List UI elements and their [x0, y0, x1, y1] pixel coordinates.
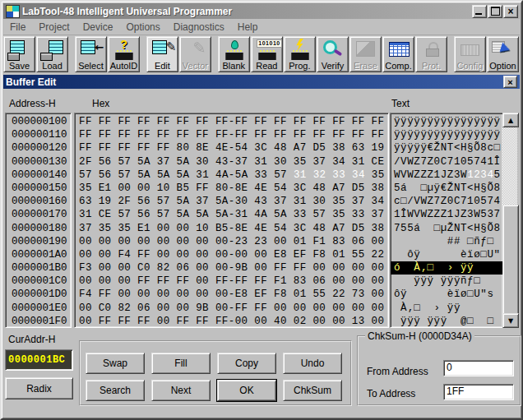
read-button[interactable]: 101010Read [251, 36, 283, 72]
close-button[interactable]: × [503, 5, 518, 18]
vertical-scrollbar[interactable]: ▲ ▼ [502, 113, 517, 328]
to-address-input[interactable]: 1FF [443, 384, 514, 400]
hex-row[interactable]: 00 00 F4 FF 00 00 00 00-00 00 E8 EF F8 0… [79, 248, 388, 261]
autoid-button[interactable]: ?AutoID [108, 36, 140, 72]
text-row-cursor[interactable]: ó À‚□ › ÿÿ [391, 261, 502, 275]
minimize-button[interactable] [472, 5, 487, 18]
text-row[interactable]: ## □ñƒ□ [394, 235, 502, 248]
from-address-input[interactable]: 0 [443, 360, 514, 376]
edit-button-group: SwapFillCopyUndoSearchNextOKChkSum [79, 340, 352, 406]
text-row[interactable]: ÿÿÿÿÿÿÿÿÿÿÿÿÿÿÿÿ [394, 115, 502, 128]
hex-row[interactable]: 31 CE 57 56 57 5A 5A 5A-31 4A 5A 33 57 3… [79, 208, 388, 221]
blank-icon [221, 40, 246, 61]
text-row[interactable]: ÿÿÿ ÿÿÿñƒ□ [394, 275, 502, 288]
edit-icon: ✎ [150, 40, 174, 61]
undo-button[interactable]: Undo [283, 353, 342, 374]
hex-row[interactable]: 57 56 57 5A 5A 5A 31 4A-5A 33 57 31 32 3… [79, 168, 388, 182]
load-button[interactable]: Load [36, 36, 68, 72]
fill-button[interactable]: Fill [151, 353, 211, 374]
app-icon [6, 5, 20, 18]
edit-button[interactable]: ✎Edit [146, 36, 178, 72]
text-row[interactable]: 1ÎWVWZZZ1JZ3W537 [394, 208, 502, 221]
prog-button[interactable]: Prog. [284, 36, 316, 72]
next-button[interactable]: Next [151, 380, 211, 401]
text-editor-grid[interactable]: ÿÿÿÿÿÿÿÿÿÿÿÿÿÿÿÿÿÿÿÿÿÿÿÿÿÿÿÿÿÿÿÿÿÿÿÿÿ€ŽN… [390, 113, 503, 328]
text-row[interactable]: 755á □µŽNT<H§Õ8 [394, 222, 502, 235]
hex-editor-grid[interactable]: FF FF FF FF FF FF FF FF-FF FF FF FF FF F… [74, 113, 389, 328]
hex-row[interactable]: F4 FF 00 00 00 00 00 00-E8 EF F8 01 55 2… [79, 288, 388, 301]
address-cell: 0000001F0 [12, 315, 71, 328]
swap-button[interactable]: Swap [86, 353, 145, 374]
address-cell: 000000150 [12, 182, 71, 195]
hex-row[interactable]: 00 FF FF FF 00 FF FF FF-00 00 40 02 00 0… [79, 315, 388, 328]
hex-row[interactable]: 2F 56 57 5A 37 5A 30 43-37 31 30 35 37 3… [79, 155, 388, 168]
selected-bytes: 32 [313, 169, 326, 181]
scroll-down-button[interactable]: ▼ [502, 313, 519, 328]
vector-button: ✎Vector [179, 36, 211, 72]
toolbar-button-label: Read [256, 61, 277, 71]
address-cell: 0000001E0 [12, 302, 71, 315]
toolbar-separator [69, 36, 75, 72]
text-row[interactable]: WVWZZZ1JZ3W12345 [394, 168, 502, 182]
option-button[interactable]: Option [487, 36, 519, 72]
text-row[interactable]: ÿÿÿÿÿ€ŽNT<H§Õ8c□ [394, 141, 502, 155]
scrollbar-thumb[interactable] [502, 205, 519, 316]
scroll-up-button[interactable]: ▲ [502, 113, 519, 127]
buffer-edit-close-button[interactable]: × [503, 76, 517, 88]
maximize-button[interactable] [488, 5, 502, 18]
text-row[interactable]: ÿÿÿ ÿÿÿ @□ □ [394, 315, 502, 328]
text-row[interactable]: ôÿ èïø□U" [394, 248, 502, 261]
hex-row[interactable]: 00 C0 82 06 00 00 9B 00-FF FF 00 00 00 0… [79, 302, 388, 315]
select-button[interactable]: ←Select [75, 36, 107, 72]
menu-item-options[interactable]: Options [119, 20, 166, 35]
prot-button: Prot. [415, 36, 447, 72]
chevron-up-icon: ▲ [508, 117, 513, 124]
menu-item-file[interactable]: File [3, 20, 32, 35]
hex-row[interactable]: 37 35 35 E1 00 00 10 B5-8E 4E 54 3C 48 A… [79, 222, 388, 235]
hex-row[interactable]: 00 00 00 00 00 00 00 00-23 23 00 01 F1 8… [79, 235, 388, 248]
text-row[interactable]: 5á □µÿ€ŽNT<H§Õ8 [394, 182, 502, 195]
cur-addr-label: CurAddr-H [8, 334, 55, 345]
text-row[interactable]: À‚□ › ÿÿ [394, 302, 502, 315]
text-row[interactable]: /VWZ7Z0C7105741Î [394, 155, 502, 168]
radix-button[interactable]: Radix [5, 377, 73, 399]
text-row[interactable]: ôÿ èïø□U"s [394, 288, 502, 301]
toolbar-button-label: Verify [322, 61, 345, 71]
address-cell: 0000001D0 [12, 288, 71, 301]
cur-addr-field[interactable]: 0000001BC [5, 349, 73, 371]
hex-row[interactable]: F3 00 00 C0 82 06 00 00-9B 00 FF FF 00 0… [79, 261, 388, 275]
comp-icon [386, 40, 411, 61]
blank-button[interactable]: Blank [218, 36, 250, 72]
toolbar-button-label: Config [457, 61, 484, 71]
vector-icon: ✎ [183, 40, 207, 61]
hex-row[interactable]: FF FF FF FF FF 80 8E 4E-54 3C 48 A7 D5 3… [79, 141, 388, 155]
option-icon [490, 40, 515, 61]
menu-item-project[interactable]: Project [32, 20, 76, 35]
toolbar-button-label: Option [489, 61, 516, 71]
selected-text: 1234 [467, 169, 493, 181]
toolbar-button-label: AutoID [110, 61, 138, 71]
address-cell: 000000140 [12, 168, 71, 182]
copy-button[interactable]: Copy [217, 353, 276, 374]
hex-row[interactable]: FF FF FF FF FF FF FF FF-FF FF FF FF FF F… [79, 128, 388, 141]
hex-row[interactable]: 35 E1 00 00 10 B5 FF 80-8E 4E 54 3C 48 A… [79, 182, 388, 195]
hex-row[interactable]: 00 00 00 FF FF FF 00 FF-FF FF F1 83 06 0… [79, 275, 388, 288]
address-cell: 0000001A0 [12, 248, 71, 261]
save-button[interactable]: Save [3, 36, 35, 72]
menu-item-device[interactable]: Device [76, 20, 120, 35]
load-icon [40, 40, 65, 61]
hex-row[interactable]: 63 19 2F 56 57 5A 37 5A-30 43 37 31 30 3… [79, 195, 388, 208]
menu-item-help[interactable]: Help [231, 20, 265, 35]
search-button[interactable]: Search [86, 380, 145, 401]
toolbar-button-label: Erase [354, 61, 377, 71]
hex-row[interactable]: FF FF FF FF FF FF FF FF-FF FF FF FF FF F… [79, 115, 388, 128]
menu-item-diagnostics[interactable]: Diagnostics [167, 20, 231, 35]
toolbar-separator [212, 36, 218, 72]
verify-button[interactable]: Verify [317, 36, 349, 72]
text-row[interactable]: c□/VWZ7Z0C710574 [394, 195, 502, 208]
text-row[interactable]: ÿÿÿÿÿÿÿÿÿÿÿÿÿÿÿÿ [394, 128, 502, 141]
comp-button[interactable]: Comp. [382, 36, 414, 72]
chksum-button[interactable]: ChkSum [283, 380, 342, 401]
close-icon: × [507, 77, 512, 87]
ok-button[interactable]: OK [217, 380, 276, 401]
